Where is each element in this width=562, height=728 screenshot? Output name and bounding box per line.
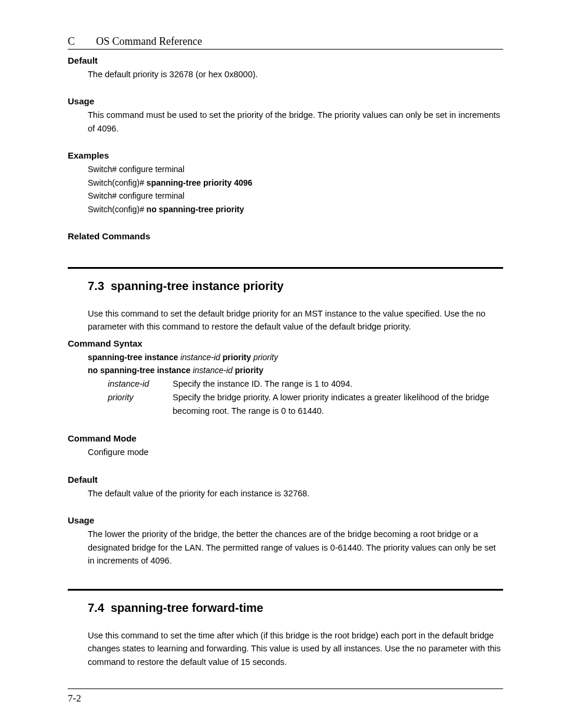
section-rule bbox=[68, 589, 503, 591]
syntax-line: no spanning-tree instance instance-id pr… bbox=[88, 364, 503, 377]
document-page: C OS Command Reference Default The defau… bbox=[0, 0, 562, 728]
default-text: The default value of the priority for ea… bbox=[88, 487, 503, 500]
parameter-name: instance-id bbox=[108, 377, 173, 391]
example-line: Switch# configure terminal bbox=[88, 163, 503, 176]
section-intro: Use this command to set the default brid… bbox=[88, 307, 503, 334]
chapter-letter: C bbox=[68, 35, 75, 48]
example-line: Switch(config)# spanning-tree priority 4… bbox=[88, 176, 503, 189]
section-title: 7.3 spanning-tree instance priority bbox=[88, 279, 503, 293]
usage-text: The lower the priority of the bridge, th… bbox=[88, 528, 503, 567]
section-heading-default: Default bbox=[68, 475, 503, 485]
section-7-3: 7.3 spanning-tree instance priority Use … bbox=[68, 267, 503, 568]
section-heading-command-syntax: Command Syntax bbox=[68, 338, 503, 348]
usage-text: This command must be used to set the pri… bbox=[88, 108, 503, 135]
page-footer: 7-2 bbox=[68, 689, 503, 704]
page-number: 7-2 bbox=[68, 693, 503, 704]
parameter-row: instance-id Specify the instance ID. The… bbox=[108, 377, 503, 391]
section-heading-usage: Usage bbox=[68, 96, 503, 106]
parameter-row: priority Specify the bridge priority. A … bbox=[108, 391, 503, 418]
section-heading-default: Default bbox=[68, 55, 503, 65]
section-7-4: 7.4 spanning-tree forward-time Use this … bbox=[68, 589, 503, 668]
footer-rule bbox=[68, 689, 503, 689]
parameter-description: Specify the bridge priority. A lower pri… bbox=[173, 391, 503, 418]
default-text: The default priority is 32678 (or hex 0x… bbox=[88, 68, 503, 81]
section-heading-related: Related Commands bbox=[68, 231, 503, 241]
parameter-description: Specify the instance ID. The range is 1 … bbox=[173, 377, 503, 391]
parameter-name: priority bbox=[108, 391, 173, 418]
example-line: Switch# configure terminal bbox=[88, 189, 503, 202]
section-heading-command-mode: Command Mode bbox=[68, 433, 503, 443]
header-rule bbox=[68, 49, 503, 50]
section-rule bbox=[68, 267, 503, 269]
section-heading-usage: Usage bbox=[68, 515, 503, 525]
header-title: OS Command Reference bbox=[96, 35, 202, 48]
running-header: C OS Command Reference bbox=[68, 35, 503, 48]
example-line: Switch(config)# no spanning-tree priorit… bbox=[88, 203, 503, 216]
section-intro: Use this command to set the time after w… bbox=[88, 629, 503, 668]
section-heading-examples: Examples bbox=[68, 150, 503, 160]
section-title: 7.4 spanning-tree forward-time bbox=[88, 601, 503, 615]
syntax-line: spanning-tree instance instance-id prior… bbox=[88, 351, 503, 364]
command-mode-text: Configure mode bbox=[88, 446, 503, 459]
